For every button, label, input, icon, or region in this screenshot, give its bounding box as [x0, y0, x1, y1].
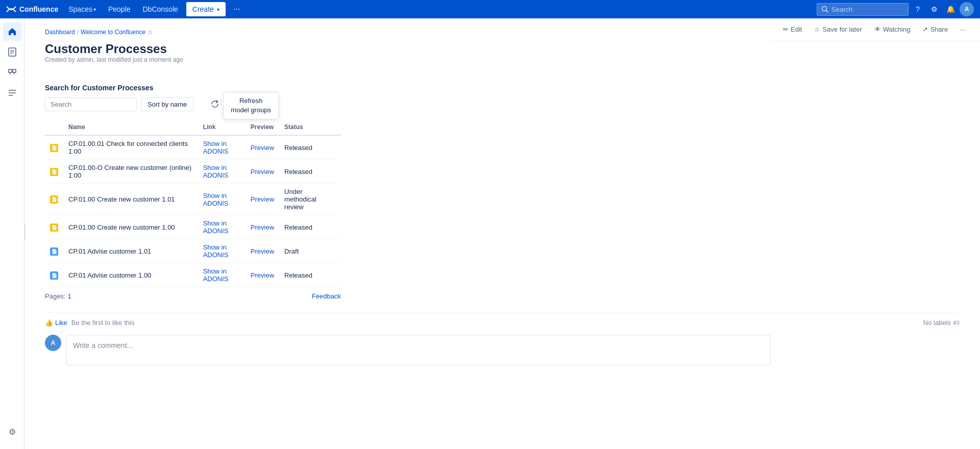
- pagination: Pages: 1 Feedback: [45, 292, 341, 300]
- col-preview: Preview: [246, 119, 279, 135]
- process-search-input[interactable]: [45, 97, 137, 111]
- page-title: Customer Processes: [45, 42, 960, 56]
- row-icon-cell: 📄: [45, 263, 63, 287]
- row-icon-blue: 📄: [50, 271, 58, 280]
- global-search[interactable]: [817, 3, 909, 16]
- page-more-button[interactable]: ···: [956, 23, 970, 35]
- comment-avatar: A: [45, 335, 61, 351]
- row-preview-cell: Preview: [246, 135, 279, 160]
- nav-right-section: ? ⚙ 🔔 A: [817, 2, 974, 16]
- processes-table: Name Link Preview Status 📄 CP.01.00.01 C…: [45, 119, 341, 287]
- more-options-button[interactable]: ···: [230, 2, 244, 16]
- watching-button[interactable]: 👁 Watching: [870, 23, 915, 35]
- refresh-button[interactable]: [208, 97, 222, 111]
- show-in-adonis-link[interactable]: Show in ADONIS: [203, 164, 229, 179]
- show-in-adonis-link[interactable]: Show in ADONIS: [203, 267, 229, 283]
- notifications-icon[interactable]: 🔔: [943, 2, 958, 16]
- left-sidebar: ⚙: [0, 18, 24, 449]
- sidebar-quote-icon[interactable]: [3, 63, 21, 82]
- page-meta: Created by admin, last modified just a m…: [45, 56, 960, 63]
- nav-dbconsole[interactable]: DbConsole: [139, 0, 182, 18]
- create-button[interactable]: Create ▾: [186, 2, 226, 16]
- pages-label: Pages:: [45, 292, 65, 300]
- save-for-later-button[interactable]: ☆ Save for later: [810, 23, 866, 35]
- user-avatar[interactable]: A: [960, 2, 974, 16]
- page-actions-bar: ✏ Edit ☆ Save for later 👁 Watching ↗ Sha…: [769, 18, 980, 41]
- row-icon-yellow: 📄: [50, 144, 58, 152]
- table-row: 📄 CP.01.00.01 Check for connected client…: [45, 135, 341, 160]
- breadcrumb-dashboard[interactable]: Dashboard: [45, 29, 75, 36]
- refresh-icon: [211, 100, 219, 108]
- row-name-cell: CP.01.00 Create new customer 1.01: [63, 184, 198, 215]
- sort-by-name-button[interactable]: Sort by name: [141, 97, 193, 111]
- col-status: Status: [279, 119, 341, 135]
- sidebar-home-icon[interactable]: [3, 22, 21, 41]
- preview-link[interactable]: Preview: [251, 195, 274, 203]
- col-link: Link: [198, 119, 246, 135]
- feedback-link[interactable]: Feedback: [312, 292, 341, 300]
- like-button[interactable]: 👍 Like: [45, 319, 67, 327]
- table-row: 📄 CP.01.00 Create new customer 1.00 Show…: [45, 215, 341, 239]
- row-icon-yellow: 📄: [50, 223, 58, 232]
- preview-link[interactable]: Preview: [251, 247, 274, 255]
- breadcrumb-welcome[interactable]: Welcome to Confluence: [81, 29, 145, 36]
- preview-link[interactable]: Preview: [251, 144, 274, 152]
- nav-spaces[interactable]: Spaces ▾: [64, 0, 100, 18]
- row-name-cell: CP.01 Advise customer 1.01: [63, 239, 198, 263]
- row-icon-cell: 📄: [45, 215, 63, 239]
- be-first-text: Be the first to like this: [71, 319, 135, 327]
- row-icon-cell: 📄: [45, 135, 63, 160]
- page-1-link[interactable]: 1: [67, 292, 71, 300]
- row-link-cell: Show in ADONIS: [198, 215, 246, 239]
- comment-input[interactable]: Write a comment...: [66, 335, 771, 365]
- row-icon-yellow: 📄: [50, 168, 58, 176]
- search-section-title: Search for Customer Processes: [45, 84, 960, 92]
- table-row: 📄 CP.01.00 Create new customer 1.01 Show…: [45, 184, 341, 215]
- show-in-adonis-link[interactable]: Show in ADONIS: [203, 219, 229, 235]
- nav-people[interactable]: People: [104, 0, 135, 18]
- row-preview-cell: Preview: [246, 184, 279, 215]
- row-name-cell: CP.01.00 Create new customer 1.00: [63, 215, 198, 239]
- row-preview-cell: Preview: [246, 160, 279, 184]
- show-in-adonis-link[interactable]: Show in ADONIS: [203, 192, 229, 207]
- edit-button[interactable]: ✏ Edit: [779, 23, 806, 35]
- table-header-row: Name Link Preview Status: [45, 119, 341, 135]
- col-name: [45, 119, 63, 135]
- breadcrumb-star-icon[interactable]: ☆: [148, 29, 153, 36]
- search-input[interactable]: [831, 6, 903, 13]
- search-controls: Sort by name Refreshmodel groups: [45, 97, 960, 111]
- refresh-tooltip: Refreshmodel groups: [223, 92, 279, 119]
- table-row: 📄 CP.01.00-O Create new customer (online…: [45, 160, 341, 184]
- sidebar-settings-icon[interactable]: ⚙: [3, 422, 21, 441]
- comment-section: A Write a comment...: [45, 335, 960, 365]
- logo-text: Confluence: [19, 5, 58, 13]
- row-name-cell: CP.01 Advise customer 1.00: [63, 263, 198, 287]
- search-icon: [821, 6, 828, 13]
- row-name-cell: CP.01.00-O Create new customer (online) …: [63, 160, 198, 184]
- row-preview-cell: Preview: [246, 263, 279, 287]
- row-link-cell: Show in ADONIS: [198, 263, 246, 287]
- row-status-cell: Under methodical review: [279, 184, 341, 215]
- confluence-logo[interactable]: Confluence: [6, 4, 58, 14]
- preview-link[interactable]: Preview: [251, 223, 274, 231]
- interaction-bar: 👍 Like Be the first to like this No labe…: [45, 312, 960, 327]
- show-in-adonis-link[interactable]: Show in ADONIS: [203, 140, 229, 155]
- help-icon[interactable]: ?: [911, 2, 925, 16]
- preview-link[interactable]: Preview: [251, 271, 274, 279]
- label-tag-icon: 🏷: [953, 319, 960, 327]
- table-row: 📄 CP.01 Advise customer 1.00 Show in ADO…: [45, 263, 341, 287]
- comment-placeholder: Write a comment...: [73, 341, 133, 350]
- preview-link[interactable]: Preview: [251, 168, 274, 176]
- share-button[interactable]: ↗ Share: [918, 23, 952, 35]
- settings-icon[interactable]: ⚙: [927, 2, 941, 16]
- row-link-cell: Show in ADONIS: [198, 160, 246, 184]
- row-preview-cell: Preview: [246, 239, 279, 263]
- sidebar-page-icon[interactable]: [3, 43, 21, 61]
- top-navigation: Confluence Spaces ▾ People DbConsole Cre…: [0, 0, 980, 18]
- row-name-cell: CP.01.00.01 Check for connected clients …: [63, 135, 198, 160]
- thumbs-up-icon: 👍: [45, 319, 53, 327]
- svg-line-1: [826, 11, 828, 13]
- content-wrapper: Search for Customer Processes Sort by na…: [45, 84, 960, 365]
- sidebar-list-icon[interactable]: [3, 84, 21, 102]
- show-in-adonis-link[interactable]: Show in ADONIS: [203, 243, 229, 259]
